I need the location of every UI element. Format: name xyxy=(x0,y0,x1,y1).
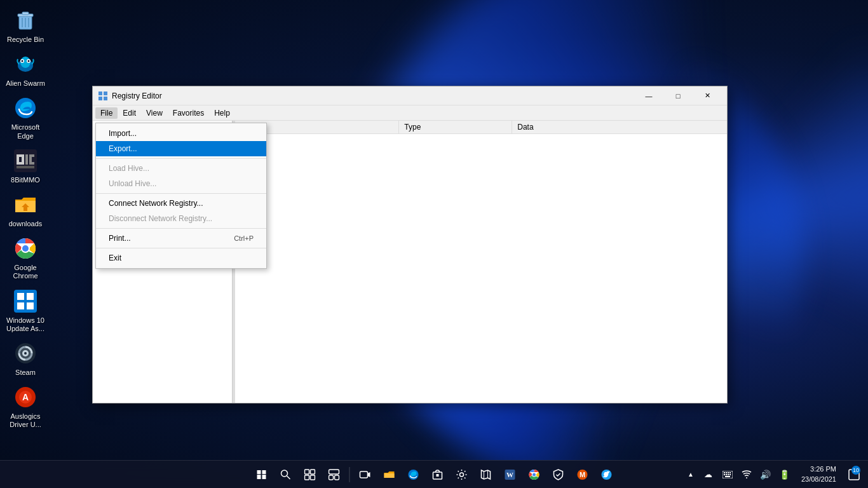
auslogics-label: Auslogics Driver U... xyxy=(4,412,47,429)
window-controls: — □ ✕ xyxy=(634,86,722,105)
volume-button[interactable]: 🔊 xyxy=(758,467,773,482)
svg-rect-47 xyxy=(305,475,309,480)
menu-view[interactable]: View xyxy=(141,107,168,119)
network-icon xyxy=(742,470,752,479)
edge-taskbar-button[interactable] xyxy=(402,463,425,486)
desktop-icon-chrome[interactable]: Google Chrome xyxy=(1,233,50,283)
desktop-icon-8bitmmo[interactable]: 8BitMMO xyxy=(1,146,50,187)
settings-icon xyxy=(456,469,468,480)
win10-update-label: Windows 10 Update As... xyxy=(4,316,47,333)
file-explorer-button[interactable] xyxy=(378,463,401,486)
twitter-icon xyxy=(600,469,613,480)
widgets-button[interactable] xyxy=(323,463,346,486)
desktop-icon-area: Recycle Bin Alien Swarm xyxy=(0,0,51,437)
show-hidden-icons-button[interactable]: ▲ xyxy=(684,468,697,481)
alien-swarm-icon xyxy=(13,51,38,77)
store-button[interactable] xyxy=(426,463,449,486)
steam-icon xyxy=(13,341,38,366)
desktop-icon-downloads[interactable]: downloads xyxy=(1,189,50,231)
menu-import[interactable]: Import... xyxy=(96,126,266,141)
svg-point-10 xyxy=(22,60,24,62)
svg-text:M: M xyxy=(580,471,585,478)
steam-label: Steam xyxy=(15,369,36,377)
svg-line-44 xyxy=(287,476,290,479)
maps-button[interactable] xyxy=(475,463,498,486)
svg-rect-21 xyxy=(29,162,34,165)
menu-unload-hive: Unload Hive... xyxy=(96,176,266,191)
title-bar: Registry Editor — □ ✕ xyxy=(93,86,727,105)
win10-update-icon xyxy=(13,288,38,314)
col-type: Type xyxy=(399,121,512,133)
svg-rect-45 xyxy=(305,470,309,474)
menu-export[interactable]: Export... xyxy=(96,141,266,156)
svg-rect-77 xyxy=(729,474,731,475)
file-dropdown-menu: Import... Export... Load Hive... Unload … xyxy=(95,123,267,269)
menu-print[interactable]: Print... Ctrl+P xyxy=(96,231,266,246)
cloud-icon-button[interactable]: ☁ xyxy=(701,467,716,482)
notification-badge: 10 xyxy=(851,466,860,475)
menu-edit[interactable]: Edit xyxy=(118,107,141,119)
svg-rect-40 xyxy=(104,92,107,95)
svg-point-26 xyxy=(22,245,29,252)
clock-date: 23/08/2021 xyxy=(801,475,836,484)
svg-point-65 xyxy=(532,473,536,476)
menu-connect-network[interactable]: Connect Network Registry... xyxy=(96,196,266,211)
system-clock[interactable]: 3:26 PM 23/08/2021 xyxy=(796,464,841,484)
network-button[interactable] xyxy=(739,467,754,482)
recycle-bin-icon xyxy=(13,8,38,33)
search-button[interactable] xyxy=(275,463,297,486)
task-view-button[interactable] xyxy=(299,463,322,486)
desktop-icon-alien-swarm[interactable]: Alien Swarm xyxy=(1,49,50,90)
store-icon xyxy=(431,469,444,480)
svg-rect-51 xyxy=(335,475,339,480)
svg-rect-76 xyxy=(728,474,729,475)
chrome-taskbar-button[interactable] xyxy=(523,463,546,486)
menu-load-hive: Load Hive... xyxy=(96,161,266,176)
edge-taskbar-icon xyxy=(407,469,420,480)
desktop-icon-edge[interactable]: Microsoft Edge xyxy=(1,93,50,142)
menu-favorites[interactable]: Favorites xyxy=(168,107,209,119)
desktop-icon-win10-update[interactable]: Windows 10 Update As... xyxy=(1,286,50,336)
search-icon xyxy=(280,469,292,480)
start-button[interactable] xyxy=(250,463,273,486)
svg-rect-41 xyxy=(98,97,102,100)
8bitmmo-icon xyxy=(13,148,38,173)
menu-exit[interactable]: Exit xyxy=(96,250,266,266)
svg-rect-74 xyxy=(724,474,725,475)
title-bar-icon xyxy=(98,91,108,101)
chevron-up-icon: ▲ xyxy=(688,471,694,478)
desktop: Recycle Bin Alien Swarm xyxy=(0,0,868,488)
word-button[interactable]: W xyxy=(499,463,522,486)
security-button[interactable] xyxy=(547,463,570,486)
svg-rect-29 xyxy=(27,293,34,300)
windows-logo-icon xyxy=(257,470,266,479)
teams-button[interactable] xyxy=(354,463,377,486)
settings-button[interactable] xyxy=(451,463,473,486)
downloads-icon xyxy=(13,192,38,217)
desktop-icon-recycle-bin[interactable]: Recycle Bin xyxy=(1,5,50,46)
recycle-bin-label: Recycle Bin xyxy=(7,36,44,44)
separator-3 xyxy=(96,228,266,229)
svg-rect-42 xyxy=(104,97,107,100)
clock-time: 3:26 PM xyxy=(801,464,836,474)
8bitmmo-label: 8BitMMO xyxy=(11,176,40,184)
twitter-button[interactable] xyxy=(595,463,618,486)
keyboard-button[interactable] xyxy=(720,467,735,482)
minimize-button[interactable]: — xyxy=(634,86,663,105)
menu-help[interactable]: Help xyxy=(209,107,235,119)
svg-rect-70 xyxy=(724,472,725,473)
svg-rect-14 xyxy=(17,154,24,157)
desktop-icon-auslogics[interactable]: A Auslogics Driver U... xyxy=(1,382,50,431)
malwarebytes-button[interactable]: M xyxy=(571,463,594,486)
svg-rect-49 xyxy=(329,470,339,474)
notification-center-button[interactable]: 10 xyxy=(845,463,863,486)
battery-button[interactable]: 🔋 xyxy=(777,467,792,482)
desktop-icon-steam[interactable]: Steam xyxy=(1,338,50,379)
svg-rect-30 xyxy=(17,302,24,309)
menu-file[interactable]: File Import... Export... Load Hive... Un… xyxy=(95,107,118,119)
maximize-button[interactable]: □ xyxy=(663,86,693,105)
svg-rect-19 xyxy=(29,154,34,157)
close-button[interactable]: ✕ xyxy=(693,86,722,105)
system-tray: ▲ ☁ xyxy=(684,463,863,486)
svg-text:A: A xyxy=(22,392,29,402)
